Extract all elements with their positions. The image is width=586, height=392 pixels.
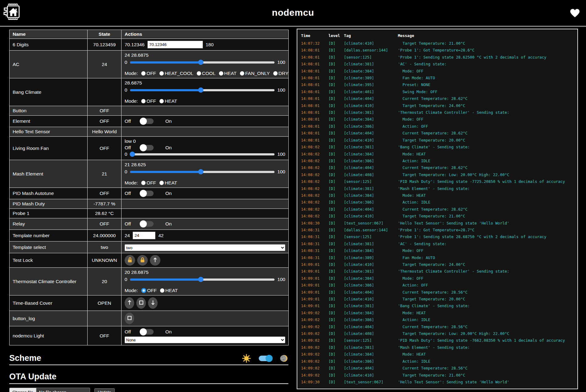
choose-file-button[interactable]: Choose file: [10, 388, 36, 392]
file-input[interactable]: Choose file No file chosen: [9, 388, 90, 392]
moon-icon: [280, 354, 288, 363]
log-tag: [climate:381]: [344, 268, 398, 275]
radio-button[interactable]: [240, 71, 244, 76]
log-line: 14:08:31[D][dallas.sensor:144]'Probe 1':…: [301, 227, 574, 233]
log-message: Mode: OFF: [398, 275, 574, 282]
log-message: Fan Mode: AUTO: [398, 75, 574, 81]
toggle-switch[interactable]: [141, 145, 154, 151]
log-tag: [climate:384]: [344, 68, 398, 75]
stop-button[interactable]: [136, 297, 146, 309]
entity-state: 21: [88, 160, 122, 188]
radio-button[interactable]: [141, 288, 146, 293]
slider-min-label: 0: [125, 169, 127, 175]
radio-button[interactable]: [141, 181, 146, 185]
stop-button[interactable]: [125, 313, 134, 324]
radio-button[interactable]: [159, 99, 164, 103]
entities-table: Name State Actions 6 Digits70.12345970.1…: [9, 30, 289, 345]
scheme-toggle[interactable]: [259, 356, 272, 361]
entity-name: Template number: [10, 230, 88, 241]
page-title: nodemcu: [0, 7, 586, 18]
radio-button[interactable]: [197, 71, 201, 76]
entity-actions: [122, 253, 289, 268]
radio-button[interactable]: [159, 71, 164, 76]
heart-icon[interactable]: [570, 9, 580, 19]
toggle-row: OffOn: [125, 329, 285, 335]
radio-button[interactable]: [219, 71, 223, 76]
toggle-switch[interactable]: [141, 221, 154, 227]
entity-name: Relay: [10, 218, 88, 230]
log-panel[interactable]: Time level Tag Message 14:07:32[D][clima…: [297, 29, 578, 389]
slider-knob[interactable]: [198, 169, 204, 175]
toggle-knob[interactable]: [140, 190, 147, 197]
arrow-down-button[interactable]: [148, 297, 158, 309]
scheme-toggle-knob[interactable]: [266, 355, 273, 362]
slider[interactable]: [130, 171, 275, 173]
radio-button[interactable]: [273, 71, 278, 76]
toggle-switch[interactable]: [141, 329, 154, 335]
log-message: 'Hello Text Sensor': Sending state 'Hell…: [398, 220, 574, 227]
toggle-knob[interactable]: [140, 144, 147, 151]
toggle-row: OffOn: [125, 191, 285, 196]
arrow-up-button[interactable]: [125, 297, 134, 309]
log-level: [D]: [328, 303, 344, 309]
toggle-switch[interactable]: [141, 118, 154, 124]
slider-min-label: 0: [125, 151, 127, 157]
slider[interactable]: [130, 61, 275, 64]
log-tag: [sensor:125]: [344, 337, 398, 344]
radio-button[interactable]: [141, 99, 146, 103]
mode-options: Mode:OFFHEAT: [125, 98, 285, 104]
log-level: [D]: [328, 95, 344, 102]
lock-open-button[interactable]: [125, 255, 135, 266]
log-tag: [climate:408]: [344, 171, 398, 178]
log-time: 14:09:02: [301, 316, 328, 323]
arrow-up-button[interactable]: [150, 255, 160, 266]
radio-label: OFF: [146, 180, 156, 186]
toggle-switch[interactable]: [141, 191, 154, 196]
log-time: 14:08:01: [301, 123, 328, 130]
slider-knob[interactable]: [198, 60, 204, 65]
entity-select[interactable]: two: [125, 244, 285, 251]
slider-knob[interactable]: [198, 88, 204, 93]
slider-max-label: 100: [277, 151, 285, 157]
log-line: 14:08:01[D][climate:389] Fan Mode: AUTO: [301, 75, 574, 81]
climate-temps-label: 20 28.6875: [125, 270, 285, 275]
log-line: 14:09:02[D][climate:404] Current Tempera…: [301, 365, 574, 372]
log-line: 14:08:02[D][climate:384] Mode: HEAT: [301, 151, 574, 158]
entity-name: Probe 1: [10, 209, 88, 218]
update-button[interactable]: Update: [94, 388, 115, 392]
slider-fill: [130, 61, 201, 64]
slider[interactable]: [130, 153, 275, 155]
log-tag: [sensor:125]: [344, 178, 398, 185]
radio-button[interactable]: [160, 288, 164, 293]
lock-closed-button[interactable]: [137, 255, 148, 266]
table-row: RelayOFFOffOn: [10, 218, 289, 230]
entity-select[interactable]: None: [125, 336, 285, 343]
slider-knob[interactable]: [198, 277, 204, 282]
slider[interactable]: [130, 89, 275, 91]
arrow-down-icon: [150, 299, 156, 307]
entity-state: 24: [88, 51, 122, 78]
log-tag: [climate:384]: [344, 275, 398, 282]
toggle-row: OffOn: [125, 118, 285, 124]
log-line: 14:09:02[D][climate:384] Mode: HEAT: [301, 351, 574, 358]
toggle-knob[interactable]: [140, 328, 147, 336]
slider-knob[interactable]: [130, 152, 135, 157]
toggle-knob[interactable]: [140, 221, 147, 228]
number-input[interactable]: [133, 232, 155, 239]
log-level: [D]: [328, 275, 344, 282]
slider[interactable]: [130, 279, 275, 281]
radio-button[interactable]: [141, 71, 146, 76]
log-line: 14:09:01[D][climate:404] Current Tempera…: [301, 289, 574, 296]
radio-button[interactable]: [159, 181, 164, 185]
log-message: 'PID Mash Duty': Sending state -7725.208…: [398, 178, 574, 185]
toggle-knob[interactable]: [140, 118, 147, 125]
log-message: 'Mash Element' - Sending state:: [398, 344, 574, 351]
log-level: [D]: [328, 137, 344, 144]
log-time: 14:09:30: [301, 379, 328, 386]
log-time: 14:08:02: [301, 164, 328, 171]
entity-actions: 21 28.6250100Mode:OFFHEAT: [122, 160, 289, 188]
number-input[interactable]: [147, 41, 203, 48]
log-tag: [climate:404]: [344, 289, 398, 296]
arrow-up-icon: [152, 257, 158, 264]
log-level: [D]: [328, 102, 344, 109]
